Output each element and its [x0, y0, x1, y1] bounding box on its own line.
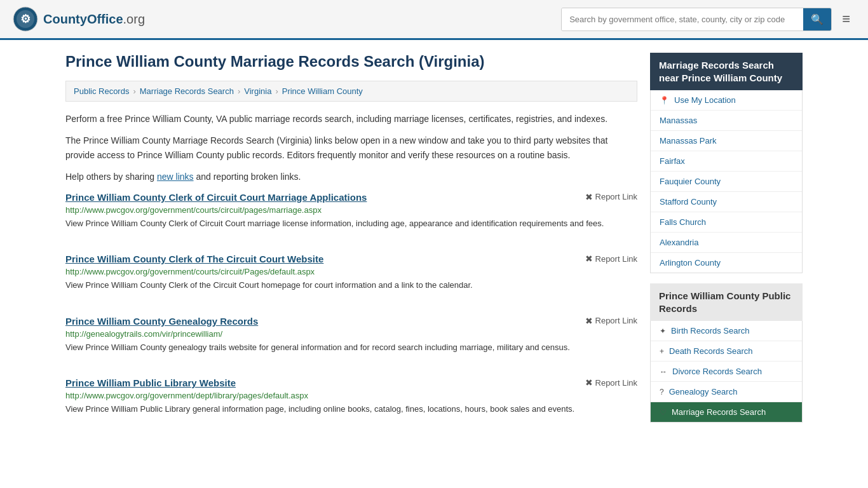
- breadcrumb-sep-2: ›: [238, 86, 240, 96]
- sidebar-nearby-link[interactable]: Manassas: [660, 116, 697, 125]
- report-link[interactable]: ✖ Report Link: [585, 192, 637, 202]
- sidebar-nearby-link[interactable]: Falls Church: [660, 217, 706, 227]
- sidebar-nearby-item[interactable]: Falls Church: [651, 212, 802, 233]
- sidebar-public-records-items: ✦ Birth Records Search + Death Records S…: [651, 321, 802, 422]
- menu-button[interactable]: ≡: [837, 8, 855, 30]
- results-container: Prince William County Clerk of Circuit C…: [65, 192, 637, 422]
- breadcrumb-marriage-records[interactable]: Marriage Records Search: [140, 86, 234, 96]
- description-3: Help others by sharing new links and rep…: [65, 170, 637, 184]
- logo-icon: ⚙: [13, 6, 38, 32]
- sidebar-public-records-item[interactable]: ✦ Birth Records Search: [651, 321, 802, 341]
- breadcrumb: Public Records › Marriage Records Search…: [65, 81, 637, 102]
- sidebar-public-records-section: Prince William County Public Records ✦ B…: [650, 283, 803, 423]
- result-title-row: Prince William Public Library Website ✖ …: [65, 377, 637, 388]
- sidebar-public-records-item[interactable]: + Death Records Search: [651, 341, 802, 362]
- report-icon: ✖: [585, 377, 593, 388]
- result-item: Prince William County Clerk of The Circu…: [65, 254, 637, 298]
- report-label: Report Link: [595, 254, 637, 264]
- sidebar-nearby-link[interactable]: Arlington County: [660, 258, 721, 268]
- report-link[interactable]: ✖ Report Link: [585, 254, 637, 264]
- result-title-link[interactable]: Prince William Public Library Website: [65, 377, 236, 388]
- result-description: View Prince William County Clerk of Circ…: [65, 217, 637, 230]
- result-title-row: Prince William County Clerk of The Circu…: [65, 254, 637, 264]
- page-title: Prince William County Marriage Records S…: [65, 53, 637, 71]
- sidebar-nearby-item[interactable]: Manassas: [651, 111, 802, 131]
- public-records-icon: ✦: [660, 327, 666, 336]
- description-2: The Prince William County Marriage Recor…: [65, 133, 637, 162]
- result-title-link[interactable]: Prince William County Clerk of Circuit C…: [65, 192, 367, 203]
- location-icon: 📍: [660, 96, 669, 105]
- sidebar-public-records-list: ✦ Birth Records Search + Death Records S…: [650, 321, 803, 423]
- sidebar-nearby-link[interactable]: Alexandria: [660, 238, 698, 247]
- sidebar-nearby-section: Marriage Records Search near Prince Will…: [650, 53, 803, 273]
- site-header: ⚙ CountyOffice.org 🔍 ≡: [0, 0, 868, 40]
- sidebar-nearby-item[interactable]: Manassas Park: [651, 131, 802, 151]
- sidebar-nearby-link[interactable]: Stafford County: [660, 197, 717, 207]
- search-input[interactable]: [562, 8, 803, 30]
- new-links-link[interactable]: new links: [157, 172, 194, 182]
- sidebar-nearby-item[interactable]: Arlington County: [651, 253, 802, 273]
- result-item: Prince William Public Library Website ✖ …: [65, 377, 637, 422]
- public-records-link[interactable]: Birth Records Search: [671, 326, 750, 336]
- result-url: http://www.pwcgov.org/government/courts/…: [65, 267, 637, 276]
- report-label: Report Link: [595, 192, 637, 201]
- sidebar: Marriage Records Search near Prince Will…: [650, 53, 803, 440]
- result-title-row: Prince William County Genealogy Records …: [65, 316, 637, 327]
- logo-area: ⚙ CountyOffice.org: [13, 6, 145, 32]
- report-icon: ✖: [585, 254, 593, 264]
- breadcrumb-sep-3: ›: [275, 86, 278, 96]
- description-1: Perform a free Prince William County, VA…: [65, 112, 637, 126]
- sidebar-nearby-link[interactable]: Manassas Park: [660, 136, 717, 146]
- result-title-link[interactable]: Prince William County Genealogy Records: [65, 316, 258, 327]
- sidebar-nearby-link[interactable]: Fairfax: [660, 156, 685, 166]
- search-box: 🔍: [561, 8, 832, 31]
- sidebar-public-records-item[interactable]: ↔ Divorce Records Search: [651, 362, 802, 382]
- page-container: Prince William County Marriage Records S…: [53, 40, 815, 452]
- report-icon: ✖: [585, 316, 593, 326]
- sidebar-nearby-items: ManassasManassas ParkFairfaxFauquier Cou…: [651, 111, 802, 273]
- breadcrumb-virginia[interactable]: Virginia: [244, 86, 271, 96]
- sidebar-nearby-list: 📍 Use My Location ManassasManassas ParkF…: [650, 90, 803, 273]
- report-link[interactable]: ✖ Report Link: [585, 377, 637, 388]
- sidebar-public-records-item[interactable]: ♡ Marriage Records Search: [651, 402, 802, 422]
- public-records-icon: +: [660, 347, 664, 356]
- public-records-icon: ↔: [660, 367, 667, 376]
- result-description: View Prince William County Clerk of the …: [65, 279, 637, 292]
- result-description: View Prince William County genealogy tra…: [65, 341, 637, 354]
- public-records-icon: ?: [660, 388, 664, 396]
- public-records-link[interactable]: Divorce Records Search: [672, 367, 762, 376]
- logo-text: CountyOffice.org: [43, 12, 145, 27]
- result-url: http://genealogytrails.com/vir/princewil…: [65, 329, 637, 339]
- sidebar-nearby-item[interactable]: Stafford County: [651, 192, 802, 212]
- breadcrumb-public-records[interactable]: Public Records: [74, 86, 129, 96]
- report-icon: ✖: [585, 192, 593, 202]
- public-records-icon: ♡: [660, 408, 667, 417]
- svg-text:⚙: ⚙: [20, 13, 31, 25]
- result-url: http://www.pwcgov.org/government/dept/li…: [65, 391, 637, 400]
- sidebar-nearby-header: Marriage Records Search near Prince Will…: [650, 53, 803, 90]
- public-records-link[interactable]: Genealogy Search: [669, 387, 738, 396]
- main-content: Prince William County Marriage Records S…: [65, 53, 637, 440]
- result-title-link[interactable]: Prince William County Clerk of The Circu…: [65, 254, 323, 264]
- result-description: View Prince William Public Library gener…: [65, 403, 637, 416]
- public-records-link[interactable]: Death Records Search: [669, 346, 753, 356]
- sidebar-use-location[interactable]: 📍 Use My Location: [651, 90, 802, 111]
- result-title-row: Prince William County Clerk of Circuit C…: [65, 192, 637, 203]
- search-area: 🔍 ≡: [561, 8, 855, 31]
- public-records-link[interactable]: Marriage Records Search: [672, 407, 766, 417]
- sidebar-public-records-item[interactable]: ? Genealogy Search: [651, 382, 802, 402]
- report-link[interactable]: ✖ Report Link: [585, 316, 637, 326]
- result-item: Prince William County Genealogy Records …: [65, 316, 637, 360]
- report-label: Report Link: [595, 316, 637, 325]
- sidebar-nearby-item[interactable]: Fauquier County: [651, 172, 802, 192]
- sidebar-nearby-item[interactable]: Alexandria: [651, 233, 802, 253]
- sidebar-nearby-item[interactable]: Fairfax: [651, 151, 802, 172]
- breadcrumb-prince-william[interactable]: Prince William County: [282, 86, 363, 96]
- result-url: http://www.pwcgov.org/government/courts/…: [65, 205, 637, 215]
- search-button[interactable]: 🔍: [803, 8, 831, 30]
- sidebar-public-records-header: Prince William County Public Records: [650, 283, 803, 321]
- result-item: Prince William County Clerk of Circuit C…: [65, 192, 637, 236]
- breadcrumb-sep-1: ›: [133, 86, 135, 96]
- report-label: Report Link: [595, 378, 637, 388]
- sidebar-nearby-link[interactable]: Fauquier County: [660, 177, 721, 186]
